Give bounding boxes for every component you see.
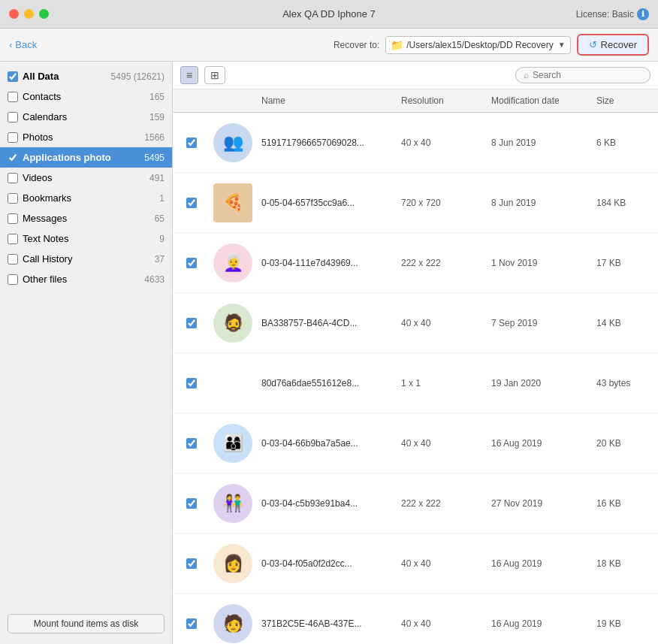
sidebar-item-all-data[interactable]: All Data 5495 (12621) — [0, 66, 172, 86]
mount-disk-button[interactable]: Mount found items as disk — [8, 614, 164, 633]
sidebar-item-videos[interactable]: Videos 491 — [0, 168, 172, 188]
row-thumbnail: 🍕 — [210, 183, 255, 222]
sidebar-item-messages[interactable]: Messages 65 — [0, 208, 172, 228]
sidebar-checkbox-calendars[interactable] — [8, 112, 18, 122]
thumbnail-image: 🧔 — [213, 304, 252, 343]
sidebar-label-call-history: Call History — [23, 253, 150, 265]
sidebar-checkbox-photos[interactable] — [8, 132, 18, 143]
row-thumbnail: 👫 — [210, 484, 255, 523]
row-resolution: 40 x 40 — [395, 615, 485, 632]
row-date: 16 Aug 2019 — [485, 615, 590, 632]
table-header: Name Resolution Modification date Size — [173, 89, 658, 113]
recover-path-text: /Users/alex15/Desktop/DD Recovery — [406, 40, 553, 50]
row-select-checkbox[interactable] — [186, 558, 197, 569]
row-thumbnail: 👥 — [210, 123, 255, 162]
row-filename: 371B2C5E-46AB-437E... — [255, 615, 395, 632]
content-area: ≡ ⊞ ⌕ Name Resolution Modification date … — [173, 62, 658, 644]
sidebar-checkbox-messages[interactable] — [8, 213, 18, 224]
grid-view-button[interactable]: ⊞ — [204, 66, 225, 84]
row-filename: 0-03-04-111e7d43969... — [255, 255, 395, 271]
dropdown-arrow-icon: ▼ — [558, 41, 566, 49]
sidebar-item-bookmarks[interactable]: Bookmarks 1 — [0, 188, 172, 208]
row-select-checkbox[interactable] — [186, 438, 197, 449]
table-row: 80d76a6dae551612e8... 1 x 1 19 Jan 2020 … — [173, 353, 658, 413]
sidebar-item-contacts[interactable]: Contacts 165 — [0, 86, 172, 107]
sidebar-checkbox-all-data[interactable] — [8, 71, 18, 82]
sidebar-item-photos[interactable]: Photos 1566 — [0, 127, 172, 147]
sidebar-item-other-files[interactable]: Other files 4633 — [0, 269, 172, 289]
folder-icon: 📁 — [391, 39, 403, 51]
row-select-checkbox[interactable] — [186, 498, 197, 509]
table-row: 👥 519171796665706902​8... 40 x 40 8 Jun … — [173, 113, 658, 173]
row-select-checkbox[interactable] — [186, 378, 197, 389]
sidebar-checkbox-applications-photo[interactable] — [8, 153, 18, 163]
recover-path[interactable]: 📁 /Users/alex15/Desktop/DD Recovery ▼ — [385, 36, 570, 54]
row-select-checkbox[interactable] — [186, 198, 197, 208]
maximize-button[interactable] — [39, 9, 49, 19]
thumbnail-image: 👨‍👩‍👦 — [213, 424, 252, 463]
titlebar: Alex QA DD Iphone 7 License: Basic ℹ — [0, 0, 658, 29]
sidebar-checkbox-call-history[interactable] — [8, 254, 18, 265]
row-filename: 80d76a6dae551612e8... — [255, 375, 395, 392]
app-title: Alex QA DD Iphone 7 — [282, 8, 376, 20]
sidebar-checkbox-videos[interactable] — [8, 173, 18, 183]
row-date: 19 Jan 2020 — [485, 375, 590, 392]
sidebar-count-calendars: 159 — [149, 112, 164, 122]
sidebar-item-text-notes[interactable]: Text Notes 9 — [0, 228, 172, 249]
row-checkbox-cell — [173, 558, 210, 569]
sidebar-item-calendars[interactable]: Calendars 159 — [0, 107, 172, 127]
sidebar-checkbox-text-notes[interactable] — [8, 234, 18, 244]
sidebar-count-photos: 1566 — [144, 132, 164, 143]
sidebar-label-other-files: Other files — [23, 274, 140, 285]
col-header-date: Modification date — [485, 92, 590, 109]
search-box[interactable]: ⌕ — [515, 67, 650, 83]
row-thumbnail: 🧑 — [210, 604, 255, 643]
sidebar-item-applications-photo[interactable]: Applications photo 5495 — [0, 147, 172, 168]
row-checkbox-cell — [173, 438, 210, 449]
table-row: 👩‍🦳 0-03-04-111e7d43969... 222 x 222 1 N… — [173, 233, 658, 293]
row-date: 7 Sep 2019 — [485, 315, 590, 331]
row-select-checkbox[interactable] — [186, 318, 197, 328]
table-body: 👥 519171796665706902​8... 40 x 40 8 Jun … — [173, 113, 658, 644]
minimize-button[interactable] — [24, 9, 34, 19]
table-row: 👩 0-03-04-f05a0f2d2cc... 40 x 40 16 Aug … — [173, 534, 658, 594]
sidebar-checkbox-other-files[interactable] — [8, 274, 18, 285]
license-badge-icon: ℹ — [637, 8, 649, 20]
table-row: 🧑 371B2C5E-46AB-437E... 40 x 40 16 Aug 2… — [173, 594, 658, 644]
row-resolution: 720 x 720 — [395, 195, 485, 211]
recover-to-label: Recover to: — [334, 40, 379, 50]
row-resolution: 40 x 40 — [395, 315, 485, 331]
sidebar-count-all-data: 5495 (12621) — [111, 71, 164, 82]
row-select-checkbox[interactable] — [186, 138, 197, 148]
col-header-thumb — [210, 92, 255, 109]
close-button[interactable] — [9, 9, 19, 19]
sidebar-checkbox-contacts[interactable] — [8, 92, 18, 102]
thumbnail-image: 👩 — [213, 544, 252, 583]
row-thumbnail: 🧔 — [210, 304, 255, 343]
toolbar: ‹ Back Recover to: 📁 /Users/alex15/Deskt… — [0, 29, 658, 62]
table-row: 🍕 0-05-04-657f35cc9a6... 720 x 720 8 Jun… — [173, 173, 658, 233]
sidebar-count-bookmarks: 1 — [159, 193, 164, 204]
row-filename: 519171796665706902​8... — [255, 135, 395, 151]
sidebar-count-text-notes: 9 — [159, 234, 164, 244]
row-size: 17 KB — [590, 255, 658, 271]
row-resolution: 40 x 40 — [395, 555, 485, 572]
row-size: 14 KB — [590, 315, 658, 331]
row-resolution: 40 x 40 — [395, 135, 485, 151]
sidebar-count-other-files: 4633 — [144, 274, 164, 285]
row-date: 16 Aug 2019 — [485, 435, 590, 452]
sidebar-label-photos: Photos — [23, 132, 140, 143]
row-select-checkbox[interactable] — [186, 618, 197, 629]
recover-label: Recover — [601, 39, 637, 50]
row-resolution: 222 x 222 — [395, 255, 485, 271]
sidebar-checkbox-bookmarks[interactable] — [8, 193, 18, 204]
recover-button[interactable]: ↺ Recover — [577, 34, 649, 56]
row-thumbnail: 👩 — [210, 544, 255, 583]
list-view-icon: ≡ — [186, 69, 192, 81]
sidebar-label-calendars: Calendars — [23, 111, 145, 122]
list-view-button[interactable]: ≡ — [180, 66, 198, 84]
back-button[interactable]: ‹ Back — [9, 39, 37, 50]
search-input[interactable] — [533, 70, 638, 80]
sidebar-item-call-history[interactable]: Call History 37 — [0, 249, 172, 269]
row-select-checkbox[interactable] — [186, 258, 197, 268]
